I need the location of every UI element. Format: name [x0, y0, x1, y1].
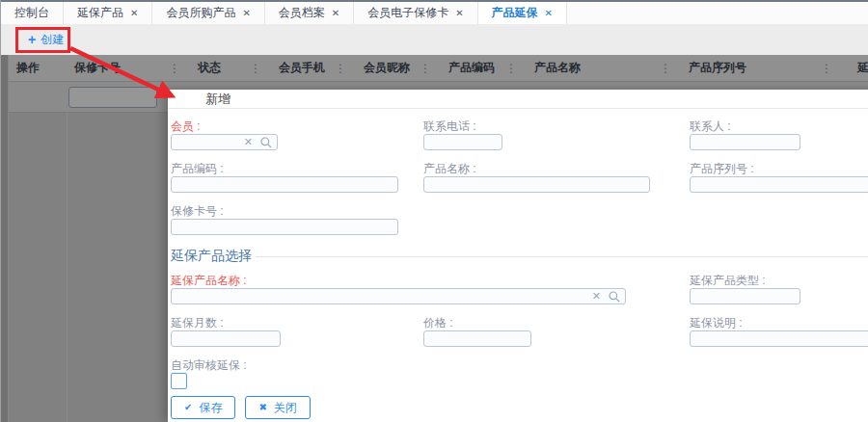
warranty-card-label: 保修卡号 :	[171, 205, 423, 217]
ewp-selection-section-title: 延保产品选择	[171, 248, 252, 265]
tab-member-profiles[interactable]: 会员档案 ✕	[265, 2, 354, 24]
tab-label: 控制台	[14, 5, 49, 21]
tab-product-extended-warranty[interactable]: 产品延保 ✕	[478, 2, 567, 24]
member-search-field: ✕	[171, 134, 278, 150]
product-name-input[interactable]	[423, 176, 650, 193]
create-extended-warranty-modal: 新增 会员 : ✕ 联系电	[168, 90, 868, 422]
search-icon[interactable]	[609, 291, 620, 303]
tab-label: 延保产品	[77, 5, 123, 21]
cross-icon: ✖	[258, 403, 266, 412]
tab-label: 产品延保	[492, 5, 538, 21]
tab-close-icon[interactable]: ✕	[545, 9, 553, 18]
tab-console[interactable]: 控制台	[1, 2, 64, 24]
tab-label: 会员电子保修卡	[367, 5, 448, 21]
member-label: 会员 :	[171, 120, 423, 132]
warranty-card-input[interactable]	[171, 219, 398, 235]
modal-body: 会员 : ✕ 联系电话 :	[168, 109, 868, 419]
tab-bar: 控制台 延保产品 ✕ 会员所购产品 ✕ 会员档案 ✕ 会员电子保修卡 ✕ 产品延…	[1, 0, 868, 24]
modal-header: 新增	[168, 90, 868, 109]
price-input[interactable]	[423, 330, 531, 347]
ewp-months-input[interactable]	[171, 330, 281, 347]
contact-person-label: 联系人 :	[690, 120, 868, 132]
tab-label: 会员所购产品	[166, 5, 235, 21]
contact-person-input[interactable]	[690, 134, 800, 150]
ewp-desc-label: 延保说明 :	[690, 317, 868, 329]
check-icon: ✔	[184, 403, 192, 412]
ewp-type-input[interactable]	[690, 288, 800, 304]
page: 控制台 延保产品 ✕ 会员所购产品 ✕ 会员档案 ✕ 会员电子保修卡 ✕ 产品延…	[0, 0, 868, 422]
ewp-name-label: 延保产品名称 :	[171, 275, 690, 286]
close-button-label: 关闭	[274, 400, 297, 416]
product-code-label: 产品编码 :	[171, 163, 423, 174]
auto-audit-label: 自动审核延保 :	[171, 359, 868, 371]
save-button-label: 保存	[199, 400, 222, 416]
price-label: 价格 :	[423, 317, 690, 329]
ewp-months-label: 延保月数 :	[171, 317, 423, 329]
contact-phone-label: 联系电话 :	[423, 120, 690, 132]
product-name-label: 产品名称 :	[423, 163, 690, 174]
clear-icon[interactable]: ✕	[592, 291, 601, 302]
tab-close-icon[interactable]: ✕	[242, 9, 250, 18]
tab-warranty-products[interactable]: 延保产品 ✕	[64, 2, 152, 24]
save-button[interactable]: ✔ 保存	[171, 396, 235, 419]
toolbar: + 创建	[1, 24, 868, 55]
tab-close-icon[interactable]: ✕	[455, 9, 463, 18]
tab-close-icon[interactable]: ✕	[332, 9, 339, 18]
modal-title: 新增	[168, 91, 231, 108]
ewp-desc-input[interactable]	[690, 330, 868, 347]
tab-label: 会员档案	[279, 5, 325, 21]
contact-phone-input[interactable]	[423, 134, 502, 150]
auto-audit-checkbox[interactable]	[171, 373, 187, 389]
ewp-type-label: 延保产品类型 :	[690, 275, 868, 286]
product-code-input[interactable]	[171, 176, 398, 193]
tab-close-icon[interactable]: ✕	[130, 9, 138, 18]
product-serial-label: 产品序列号 :	[690, 163, 868, 174]
annotation-highlight-box	[15, 27, 70, 53]
search-icon[interactable]	[260, 137, 272, 148]
product-serial-input[interactable]	[690, 176, 868, 193]
tab-member-ewarranty-card[interactable]: 会员电子保修卡 ✕	[354, 2, 477, 24]
ewp-selection-section: 延保产品选择	[171, 248, 868, 265]
ewp-name-search-field: ✕	[171, 288, 626, 304]
close-button[interactable]: ✖ 关闭	[245, 396, 310, 419]
section-divider	[256, 256, 868, 257]
clear-icon[interactable]: ✕	[244, 137, 253, 147]
tab-member-purchased-products[interactable]: 会员所购产品 ✕	[152, 2, 264, 24]
ewp-name-input[interactable]	[171, 288, 626, 304]
